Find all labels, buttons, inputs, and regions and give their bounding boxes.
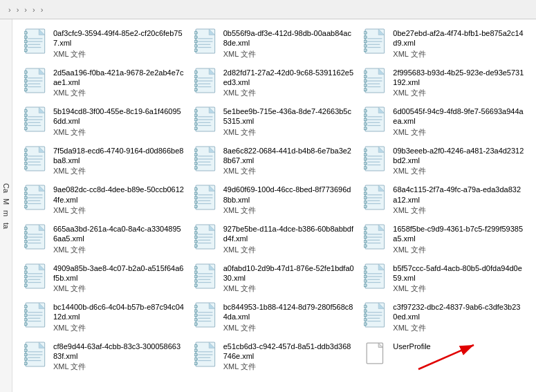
sep4: › bbox=[33, 6, 35, 14]
xml-file-icon bbox=[194, 263, 219, 290]
file-item[interactable]: 4909a85b-3ae8-4c07-b2a0-a515f64a6f5b.xml… bbox=[21, 260, 188, 298]
file-name: 2d82fd71-27a2-42d0-9c68-5391162e5ed3.xml bbox=[223, 68, 355, 88]
xml-file-icon bbox=[364, 28, 389, 55]
file-info: 0be27ebd-af2a-4f74-bfb1-be875a2c14d9.xml… bbox=[393, 28, 524, 59]
left-label-ca: Ca bbox=[2, 180, 10, 196]
file-name: 2f995683-b93d-4b25-923e-de93e5731192.xml bbox=[393, 68, 524, 88]
file-type: XML 文件 bbox=[223, 166, 355, 176]
file-name: e51cb6d3-c942-457d-8a51-ddb3d368746e.xml bbox=[223, 342, 355, 362]
xml-file-icon bbox=[24, 68, 49, 94]
left-label-ta: ta bbox=[2, 220, 10, 232]
file-item[interactable]: 9ae082dc-cc8d-4dee-b89e-50ccb06124fe.xml… bbox=[21, 181, 188, 219]
file-item[interactable]: 927be5be-d11a-4dce-b386-60b8abbdfd4f.xml… bbox=[191, 221, 358, 259]
xml-file-icon bbox=[194, 342, 219, 368]
file-item[interactable]: 2f995683-b93d-4b25-923e-de93e5731192.xml… bbox=[360, 64, 528, 102]
file-item[interactable]: 2d82fd71-27a2-42d0-9c68-5391162e5ed3.xml… bbox=[191, 64, 358, 102]
left-label-m: M bbox=[2, 196, 10, 207]
file-item[interactable]: 1658f5be-c9d9-4361-b7c5-f299f59385a5.xml… bbox=[360, 221, 528, 259]
sep1: › bbox=[8, 6, 11, 14]
file-type: XML 文件 bbox=[223, 245, 355, 255]
xml-file-icon bbox=[24, 185, 49, 211]
xml-file-icon bbox=[194, 106, 219, 133]
xml-file-icon bbox=[194, 28, 219, 55]
file-type: XML 文件 bbox=[53, 283, 185, 294]
file-type: XML 文件 bbox=[53, 323, 185, 333]
file-name: cf8e9d44-63af-4cbb-83c3-30005866383f.xml bbox=[53, 342, 185, 362]
file-item[interactable]: 8ae6c822-0684-441d-b4b8-6e7ba3e28b67.xml… bbox=[191, 142, 358, 180]
xml-file-icon bbox=[24, 263, 49, 290]
file-type: XML 文件 bbox=[53, 88, 185, 98]
file-name: 9ae082dc-cc8d-4dee-b89e-50ccb06124fe.xml bbox=[53, 185, 185, 205]
file-item[interactable]: 0b556f9a-df3e-412d-98db-00aab84ac8de.xml… bbox=[191, 25, 358, 63]
xml-file-icon bbox=[364, 224, 389, 250]
file-type: XML 文件 bbox=[393, 323, 524, 333]
file-type: XML 文件 bbox=[223, 362, 355, 372]
file-type: XML 文件 bbox=[223, 323, 355, 333]
file-item[interactable]: 49d60f69-100d-46cc-8bed-8f773696d8bb.xml… bbox=[191, 181, 358, 219]
file-name: 8ae6c822-0684-441d-b4b8-6e7ba3e28b67.xml bbox=[223, 146, 355, 166]
xml-file-icon bbox=[194, 185, 219, 211]
left-label-m2: m bbox=[2, 207, 10, 219]
xml-file-icon bbox=[364, 146, 389, 172]
file-item[interactable]: 665aa3bd-261a-4ca0-8a4c-a33048956aa5.xml… bbox=[21, 221, 188, 259]
file-name: 6d00545f-94c9-4fd8-9fe7-56693a944aea.xml bbox=[393, 106, 524, 127]
file-name: 5e1bee9b-715e-436a-8de7-42663b5c5315.xml bbox=[223, 106, 355, 127]
main-content: 0af3cfc9-3594-49f4-85e2-cf20c6feb757.xml… bbox=[12, 19, 536, 392]
file-name: 09b3eeeb-a2f0-4246-a481-23a4d2312bd2.xml bbox=[393, 146, 524, 166]
file-item[interactable]: cf8e9d44-63af-4cbb-83c3-30005866383f.xml… bbox=[21, 338, 188, 376]
file-name: 0be27ebd-af2a-4f74-bfb1-be875a2c14d9.xml bbox=[393, 28, 524, 48]
file-info: 2d82fd71-27a2-42d0-9c68-5391162e5ed3.xml… bbox=[223, 68, 355, 99]
file-item[interactable]: a0fabd10-2d9b-47d1-876e-52fe1bdfa030.xml… bbox=[191, 260, 358, 298]
xml-file-icon bbox=[24, 146, 49, 172]
file-info: 8ae6c822-0684-441d-b4b8-6e7ba3e28b67.xml… bbox=[223, 146, 355, 177]
file-name: 7f5da918-ecd6-4740-9164-d0d866be8ba8.xml bbox=[53, 146, 185, 166]
xml-file-icon bbox=[194, 68, 219, 94]
file-type: XML 文件 bbox=[53, 127, 185, 138]
file-type: XML 文件 bbox=[393, 283, 524, 294]
xml-file-icon bbox=[364, 302, 389, 328]
file-item[interactable]: e51cb6d3-c942-457d-8a51-ddb3d368746e.xml… bbox=[191, 338, 358, 376]
file-type: XML 文件 bbox=[393, 49, 524, 59]
file-item[interactable]: 0be27ebd-af2a-4f74-bfb1-be875a2c14d9.xml… bbox=[360, 25, 528, 63]
file-type: XML 文件 bbox=[53, 49, 185, 59]
file-info: UserProfile bbox=[393, 342, 524, 351]
file-item[interactable]: UserProfile bbox=[360, 338, 528, 376]
file-item[interactable]: 5e1bee9b-715e-436a-8de7-42663b5c5315.xml… bbox=[191, 103, 358, 141]
file-item[interactable]: bc14400b-d6c6-4c04-b57b-e87c94c0412d.xml… bbox=[21, 299, 188, 337]
file-item[interactable]: 2d5aa196-f0ba-421a-9678-2e2ab4e7cae1.xml… bbox=[21, 64, 188, 102]
file-type: XML 文件 bbox=[223, 49, 355, 59]
file-info: cf8e9d44-63af-4cbb-83c3-30005866383f.xml… bbox=[53, 342, 185, 373]
file-type: XML 文件 bbox=[223, 205, 355, 216]
file-name: 4909a85b-3ae8-4c07-b2a0-a515f64a6f5b.xml bbox=[53, 263, 185, 283]
file-info: 6d00545f-94c9-4fd8-9fe7-56693a944aea.xml… bbox=[393, 106, 524, 138]
file-item[interactable]: 5b194cd8-3f00-455e-8c19-6a1f460956dd.xml… bbox=[21, 103, 188, 141]
file-item[interactable]: c3f97232-dbc2-4837-9ab6-c3dfe3b230ed.xml… bbox=[360, 299, 528, 337]
file-type: XML 文件 bbox=[393, 166, 524, 176]
xml-file-icon bbox=[364, 263, 389, 290]
address-bar: › › › › › bbox=[0, 0, 536, 19]
file-name: c3f97232-dbc2-4837-9ab6-c3dfe3b230ed.xml bbox=[393, 302, 524, 322]
file-type: XML 文件 bbox=[223, 88, 355, 98]
file-item[interactable]: b5f57ccc-5afd-4acb-80b5-d0fda94d0e59.xml… bbox=[360, 260, 528, 298]
file-type: XML 文件 bbox=[223, 127, 355, 138]
file-type: XML 文件 bbox=[223, 283, 355, 294]
file-item[interactable]: 09b3eeeb-a2f0-4246-a481-23a4d2312bd2.xml… bbox=[360, 142, 528, 180]
file-item[interactable]: bc844953-1b88-4124-8d79-280f568c84da.xml… bbox=[191, 299, 358, 337]
file-info: 4909a85b-3ae8-4c07-b2a0-a515f64a6f5b.xml… bbox=[53, 263, 185, 295]
file-info: 665aa3bd-261a-4ca0-8a4c-a33048956aa5.xml… bbox=[53, 224, 185, 255]
sep5: › bbox=[41, 6, 44, 14]
file-item[interactable]: 0af3cfc9-3594-49f4-85e2-cf20c6feb757.xml… bbox=[21, 25, 188, 63]
file-item[interactable]: 7f5da918-ecd6-4740-9164-d0d866be8ba8.xml… bbox=[21, 142, 188, 180]
file-item[interactable]: 68a4c115-2f7a-49fc-a79a-eda3da832a12.xml… bbox=[360, 181, 528, 219]
file-info: b5f57ccc-5afd-4acb-80b5-d0fda94d0e59.xml… bbox=[393, 263, 524, 295]
xml-file-icon bbox=[364, 106, 389, 133]
file-name: 68a4c115-2f7a-49fc-a79a-eda3da832a12.xml bbox=[393, 185, 524, 205]
xml-file-icon bbox=[24, 106, 49, 133]
file-info: 1658f5be-c9d9-4361-b7c5-f299f59385a5.xml… bbox=[393, 224, 524, 255]
sep3: › bbox=[24, 6, 27, 14]
plain-file-icon bbox=[364, 342, 389, 368]
file-item[interactable]: 6d00545f-94c9-4fd8-9fe7-56693a944aea.xml… bbox=[360, 103, 528, 141]
file-name: 1658f5be-c9d9-4361-b7c5-f299f59385a5.xml bbox=[393, 224, 524, 244]
file-info: 2f995683-b93d-4b25-923e-de93e5731192.xml… bbox=[393, 68, 524, 99]
file-info: 0b556f9a-df3e-412d-98db-00aab84ac8de.xml… bbox=[223, 28, 355, 59]
